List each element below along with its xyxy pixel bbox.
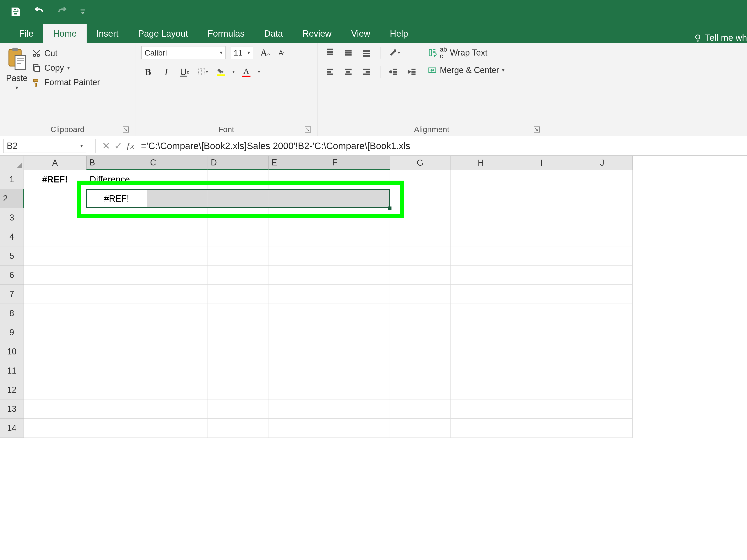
cell-J9[interactable] (572, 323, 633, 342)
cell-D9[interactable] (208, 323, 268, 342)
cell-B1[interactable]: Difference (86, 170, 147, 189)
cell-C11[interactable] (147, 361, 208, 380)
grow-font-button[interactable]: A^ (258, 47, 272, 59)
cell-F8[interactable] (329, 304, 390, 323)
cell-J3[interactable] (572, 208, 633, 227)
cell-A10[interactable] (24, 342, 86, 361)
bold-button[interactable]: B (141, 65, 155, 78)
cell-A8[interactable] (24, 304, 86, 323)
cell-B9[interactable] (86, 323, 147, 342)
cell-J14[interactable] (572, 419, 633, 438)
cell-C7[interactable] (147, 285, 208, 304)
row-header-9[interactable]: 9 (0, 323, 24, 342)
wrap-text-button[interactable]: abc Wrap Text (428, 46, 505, 59)
cell-D1[interactable] (208, 170, 268, 189)
align-center-button[interactable] (342, 65, 355, 78)
paste-button[interactable]: Paste ▾ (6, 46, 28, 124)
col-header-C[interactable]: C (147, 156, 208, 170)
col-header-J[interactable]: J (572, 156, 633, 170)
cell-E11[interactable] (268, 361, 329, 380)
formula-enter-button[interactable]: ✓ (112, 140, 124, 152)
cell-A5[interactable] (24, 246, 86, 266)
orientation-button[interactable]: ▾ (387, 46, 401, 59)
cell-D11[interactable] (208, 361, 268, 380)
cell-H9[interactable] (450, 323, 511, 342)
cell-H5[interactable] (450, 246, 511, 266)
cell-F14[interactable] (329, 419, 390, 438)
undo-button[interactable] (33, 5, 45, 18)
col-header-D[interactable]: D (208, 156, 268, 170)
cell-A4[interactable] (24, 227, 86, 246)
tab-insert[interactable]: Insert (86, 24, 128, 43)
alignment-dialog-launcher[interactable] (534, 127, 540, 133)
cell-J1[interactable] (572, 170, 633, 189)
cell-E4[interactable] (268, 227, 329, 246)
cell-J13[interactable] (572, 399, 633, 419)
cell-E1[interactable] (268, 170, 329, 189)
row-header-12[interactable]: 12 (0, 380, 24, 399)
cell-I5[interactable] (511, 246, 572, 266)
row-header-5[interactable]: 5 (0, 246, 24, 266)
cell-D4[interactable] (208, 227, 268, 246)
cell-C12[interactable] (147, 380, 208, 399)
cell-E7[interactable] (268, 285, 329, 304)
row-header-13[interactable]: 13 (0, 399, 24, 419)
cell-B10[interactable] (86, 342, 147, 361)
cell-G12[interactable] (390, 380, 450, 399)
cell-B12[interactable] (86, 380, 147, 399)
row-header-4[interactable]: 4 (0, 227, 24, 246)
cut-button[interactable]: Cut (32, 49, 100, 58)
row-header-6[interactable]: 6 (0, 266, 24, 285)
cell-G4[interactable] (390, 227, 450, 246)
row-header-10[interactable]: 10 (0, 342, 24, 361)
shrink-font-button[interactable]: Aˇ (277, 49, 286, 57)
cell-H3[interactable] (450, 208, 511, 227)
cell-I11[interactable] (511, 361, 572, 380)
customize-qat-dropdown[interactable] (79, 5, 86, 18)
cell-A12[interactable] (24, 380, 86, 399)
cell-A3[interactable] (24, 208, 86, 227)
cell-I6[interactable] (511, 266, 572, 285)
cell-H11[interactable] (450, 361, 511, 380)
tab-formulas[interactable]: Formulas (198, 24, 254, 43)
tab-help[interactable]: Help (380, 24, 418, 43)
cell-E6[interactable] (268, 266, 329, 285)
borders-button[interactable]: ▾ (196, 65, 209, 78)
row-header-3[interactable]: 3 (0, 208, 24, 227)
cell-J11[interactable] (572, 361, 633, 380)
cell-A1[interactable]: #REF! (24, 170, 86, 189)
cell-D12[interactable] (208, 380, 268, 399)
row-header-8[interactable]: 8 (0, 304, 24, 323)
cell-C2[interactable] (147, 189, 208, 208)
decrease-indent-button[interactable] (387, 65, 401, 78)
cell-D13[interactable] (208, 399, 268, 419)
save-button[interactable] (9, 5, 22, 18)
cell-B2[interactable]: #REF! (86, 189, 147, 208)
italic-button[interactable]: I (160, 65, 173, 78)
cell-C14[interactable] (147, 419, 208, 438)
row-header-1[interactable]: 1 (0, 170, 24, 189)
font-size-select[interactable]: 11▾ (231, 46, 253, 59)
cell-I7[interactable] (511, 285, 572, 304)
cell-J7[interactable] (572, 285, 633, 304)
cell-C10[interactable] (147, 342, 208, 361)
cell-J2[interactable] (572, 189, 633, 208)
cell-F7[interactable] (329, 285, 390, 304)
row-header-14[interactable]: 14 (0, 419, 24, 438)
cell-F9[interactable] (329, 323, 390, 342)
clipboard-dialog-launcher[interactable] (123, 127, 129, 133)
cell-A9[interactable] (24, 323, 86, 342)
cell-D8[interactable] (208, 304, 268, 323)
selection-handle[interactable] (388, 207, 391, 210)
cell-I2[interactable] (511, 189, 572, 208)
col-header-H[interactable]: H (450, 156, 511, 170)
cell-E2[interactable] (268, 189, 329, 208)
align-middle-button[interactable] (342, 46, 355, 59)
fill-color-button[interactable] (214, 65, 227, 78)
cell-G5[interactable] (390, 246, 450, 266)
cell-F3[interactable] (329, 208, 390, 227)
cell-C3[interactable] (147, 208, 208, 227)
col-header-B[interactable]: B (86, 156, 147, 170)
cell-H2[interactable] (450, 189, 511, 208)
align-right-button[interactable] (360, 65, 373, 78)
